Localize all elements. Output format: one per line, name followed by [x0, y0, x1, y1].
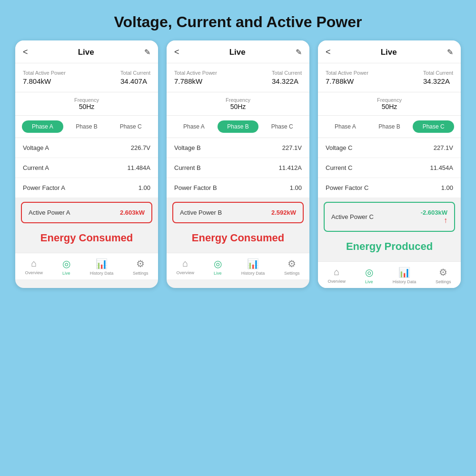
history-icon-b: 📊: [247, 258, 259, 269]
nav-label-live-c: Live: [365, 279, 373, 284]
phase-tab-a-2[interactable]: Phase C: [110, 120, 151, 133]
edit-icon-b[interactable]: ✎: [296, 48, 302, 57]
current-value-b: 34.322A: [272, 77, 302, 85]
nav-label-live-a: Live: [62, 271, 70, 276]
nav-settings-a[interactable]: ⚙ Settings: [133, 258, 149, 276]
active-power-label-b: Active Power B: [180, 209, 222, 216]
nav-settings-c[interactable]: ⚙ Settings: [436, 267, 451, 284]
freq-label-c: Frequency: [326, 97, 453, 103]
active-power-label-a: Active Power A: [29, 209, 70, 216]
nav-history-c[interactable]: 📊 History Data: [393, 267, 416, 284]
current-stat-a: Total Current 34.407A: [120, 70, 150, 85]
active-power-row-a: Active Power A 2.603kW: [21, 202, 152, 223]
phone-c-header: < Live ✎: [318, 40, 461, 63]
phase-tabs-b: Phase A Phase B Phase C: [167, 116, 309, 138]
energy-label-a: Energy Consumed: [15, 227, 158, 251]
active-power-value-c: -2.603kW: [421, 209, 447, 216]
nav-label-settings-c: Settings: [436, 279, 451, 284]
row-b-0: Voltage B 227.1V: [167, 138, 309, 158]
row-b-1: Current B 11.412A: [167, 158, 309, 178]
page-title: Voltage, Current and Active Power: [0, 0, 476, 40]
row-label-a-2: Power Factor A: [23, 184, 65, 191]
power-value-a: 7.804kW: [23, 77, 66, 85]
row-label-c-2: Power Factor C: [326, 184, 368, 191]
phase-tabs-c: Phase A Phase B Phase C: [318, 116, 461, 138]
row-label-b-1: Current B: [174, 164, 201, 171]
live-icon-c: ◎: [365, 267, 373, 278]
data-rows-c: Voltage C 227.1V Current C 11.454A Power…: [318, 138, 461, 198]
current-stat-c: Total Current 34.322A: [423, 70, 453, 85]
nav-label-overview-b: Overview: [176, 270, 194, 275]
row-value-a-2: 1.00: [139, 184, 150, 191]
stats-section-a: Total Active Power 7.804kW Total Current…: [15, 63, 158, 92]
row-c-1: Current C 11.454A: [318, 158, 461, 178]
freq-label-b: Frequency: [174, 97, 302, 103]
bottom-nav-c: ⌂ Overview ◎ Live 📊 History Data ⚙ Setti…: [318, 261, 461, 288]
phase-tab-a-0[interactable]: Phase A: [22, 120, 63, 133]
current-stat-b: Total Current 34.322A: [272, 70, 302, 85]
freq-section-b: Frequency 50Hz: [167, 92, 309, 116]
nav-label-overview-c: Overview: [327, 279, 346, 284]
edit-icon-c[interactable]: ✎: [447, 48, 453, 57]
row-value-c-1: 11.454A: [430, 164, 453, 171]
nav-history-a[interactable]: 📊 History Data: [90, 258, 114, 276]
nav-live-a[interactable]: ◎ Live: [62, 258, 70, 276]
nav-label-history-c: History Data: [393, 279, 416, 284]
nav-settings-b[interactable]: ⚙ Settings: [284, 258, 300, 276]
current-label-a: Total Current: [120, 70, 150, 76]
phones-container: < Live ✎ Total Active Power 7.804kW Tota…: [0, 40, 476, 288]
nav-overview-a[interactable]: ⌂ Overview: [25, 258, 43, 276]
home-icon-b: ⌂: [182, 258, 188, 269]
row-value-b-0: 227.1V: [282, 144, 302, 151]
row-value-b-2: 1.00: [290, 184, 302, 191]
freq-label-a: Frequency: [23, 97, 150, 103]
nav-history-b[interactable]: 📊 History Data: [241, 258, 265, 276]
active-power-arrow-container-c: -2.603kW ↑: [421, 209, 447, 225]
data-rows-a: Voltage A 226.7V Current A 11.484A Power…: [15, 138, 158, 198]
active-power-value-b: 2.592kW: [271, 209, 296, 216]
back-button-b[interactable]: <: [174, 47, 179, 57]
row-value-a-0: 226.7V: [131, 144, 150, 151]
phase-tab-c-0[interactable]: Phase A: [325, 120, 366, 133]
phase-tab-b-0[interactable]: Phase A: [173, 120, 215, 133]
bottom-nav-b: ⌂ Overview ◎ Live 📊 History Data ⚙ Setti…: [167, 253, 309, 279]
nav-live-c[interactable]: ◎ Live: [365, 267, 373, 284]
row-label-a-1: Current A: [23, 164, 49, 171]
power-label-c: Total Active Power: [326, 70, 368, 76]
back-button-a[interactable]: <: [23, 47, 28, 57]
phase-tab-c-2[interactable]: Phase C: [413, 120, 454, 133]
power-stat-c: Total Active Power 7.788kW: [326, 70, 368, 85]
phase-tab-b-1[interactable]: Phase B: [218, 120, 259, 133]
phase-tab-a-1[interactable]: Phase B: [66, 120, 108, 133]
arrow-up-icon-c: ↑: [444, 216, 447, 225]
home-icon-c: ⌂: [334, 267, 339, 278]
header-title-a: Live: [78, 48, 94, 57]
active-power-row-c: Active Power C -2.603kW ↑: [324, 202, 455, 232]
settings-icon-b: ⚙: [288, 258, 296, 269]
nav-label-live-b: Live: [214, 271, 222, 276]
nav-overview-c[interactable]: ⌂ Overview: [327, 267, 346, 284]
active-power-value-a: 2.603kW: [120, 209, 145, 216]
phase-tab-c-1[interactable]: Phase B: [369, 120, 410, 133]
live-icon-b: ◎: [214, 258, 222, 269]
nav-overview-b[interactable]: ⌂ Overview: [176, 258, 194, 276]
settings-icon-c: ⚙: [439, 267, 447, 278]
row-b-2: Power Factor B 1.00: [167, 178, 309, 198]
freq-value-a: 50Hz: [23, 103, 150, 110]
row-label-c-0: Voltage C: [326, 144, 352, 151]
phase-tabs-a: Phase A Phase B Phase C: [15, 116, 158, 138]
nav-label-settings-b: Settings: [284, 271, 300, 276]
edit-icon-a[interactable]: ✎: [144, 48, 150, 57]
power-value-c: 7.788kW: [326, 77, 368, 85]
nav-live-b[interactable]: ◎ Live: [214, 258, 222, 276]
active-power-row-b: Active Power B 2.592kW: [172, 202, 304, 223]
active-power-label-c: Active Power C: [331, 213, 374, 220]
header-title-c: Live: [381, 48, 397, 57]
row-value-c-2: 1.00: [441, 184, 453, 191]
phase-tab-b-2[interactable]: Phase C: [261, 120, 303, 133]
row-c-0: Voltage C 227.1V: [318, 138, 461, 158]
nav-label-overview-a: Overview: [25, 270, 43, 275]
energy-label-c: Energy Produced: [318, 236, 461, 259]
power-stat-a: Total Active Power 7.804kW: [23, 70, 66, 85]
back-button-c[interactable]: <: [326, 47, 331, 57]
